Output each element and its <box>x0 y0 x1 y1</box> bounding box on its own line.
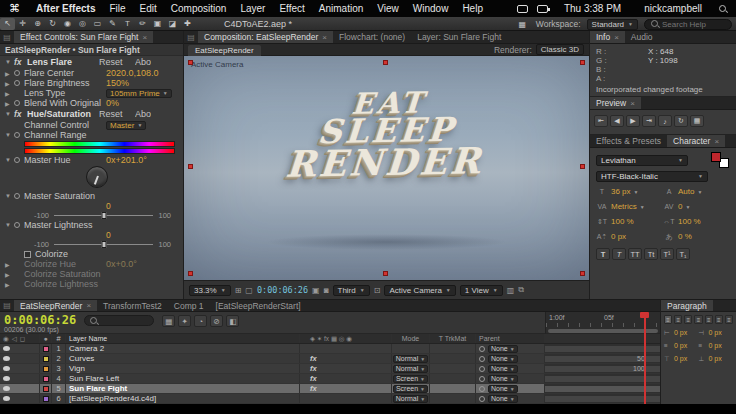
layer-row-eatsleeprender4d[interactable]: 6 [EatSleepRender4d.c4d] Normal▼ None▼ <box>0 394 660 404</box>
first-line-indent-field[interactable]: ⊤ 0 px <box>664 355 699 363</box>
parent-dropdown[interactable]: None▼ <box>488 385 518 393</box>
tab-audio[interactable]: Audio <box>625 31 659 43</box>
timeline-search-box[interactable] <box>84 315 154 326</box>
menu-view[interactable]: View <box>370 3 406 14</box>
pen-tool-icon[interactable]: ✎ <box>105 18 120 30</box>
layer-track[interactable]: 50 <box>545 354 660 363</box>
magnification-dropdown[interactable]: 33.3%▼ <box>189 285 231 296</box>
layer-handle[interactable] <box>383 271 388 276</box>
menu-after-effects[interactable]: After Effects <box>29 3 102 14</box>
brush-tool-icon[interactable]: ✏ <box>135 18 150 30</box>
eye-toggle-icon[interactable] <box>3 366 10 371</box>
effect-header-hue-saturation[interactable]: ▼ fx Hue/Saturation Reset Abo <box>0 108 183 120</box>
align-right-button[interactable]: ≡ <box>684 315 692 324</box>
mask-visibility-icon[interactable]: ▢ <box>245 286 253 295</box>
eye-toggle-icon[interactable] <box>3 346 10 351</box>
stopwatch-icon[interactable] <box>14 100 24 106</box>
menubar-username[interactable]: nickcampbell <box>637 3 709 14</box>
twirl-icon[interactable]: ▶ <box>5 70 14 77</box>
play-button[interactable]: ▶ <box>626 115 640 127</box>
snapshot-icon[interactable]: ▣ <box>312 286 320 295</box>
master-hue-value[interactable]: 0x+201.0° <box>106 155 147 165</box>
layer-handle[interactable] <box>383 60 388 65</box>
twirl-icon[interactable]: ▼ <box>5 157 14 163</box>
twirl-icon[interactable]: ▶ <box>5 80 14 87</box>
first-frame-button[interactable]: ⇤ <box>594 115 608 127</box>
indent-left-field[interactable]: ⊢ 0 px <box>664 329 699 337</box>
twirl-icon[interactable]: ▼ <box>5 59 14 65</box>
timeline-tab-eatsleeprenderstart[interactable]: [EatSleepRenderStart] <box>210 300 307 311</box>
eye-toggle-icon[interactable] <box>3 396 10 401</box>
layer-handle[interactable] <box>580 164 585 169</box>
blend-mode-dropdown[interactable]: Screen▼ <box>393 385 428 393</box>
kerning-control[interactable]: VA Metrics▼ <box>596 202 663 211</box>
tab-info[interactable]: Info× <box>590 31 625 43</box>
rotate-tool-icon[interactable]: ↻ <box>45 18 60 30</box>
font-size-control[interactable]: T 36 px▼ <box>596 187 663 196</box>
roi-icon[interactable]: ⊡ <box>374 286 381 295</box>
tab-effect-controls[interactable]: Effect Controls: Sun Flare Fight × <box>14 31 153 43</box>
label-color-swatch[interactable] <box>43 396 49 402</box>
twirl-icon[interactable]: ▼ <box>5 222 14 228</box>
label-color-swatch[interactable] <box>43 366 49 372</box>
blend-value[interactable]: 0% <box>106 98 119 108</box>
stopwatch-icon[interactable] <box>14 157 24 163</box>
label-color-swatch[interactable] <box>43 376 49 382</box>
workspace-grid-icon[interactable]: ▦ <box>515 18 530 30</box>
battery-status-icon[interactable] <box>537 5 548 13</box>
current-timecode[interactable]: 0:00:06:26 <box>4 314 76 326</box>
master-saturation-slider[interactable]: -100 100 <box>0 210 183 220</box>
blend-mode-dropdown[interactable]: Normal▼ <box>393 365 429 373</box>
reset-button[interactable]: Reset <box>99 57 135 67</box>
small-caps-button[interactable]: Tt <box>644 248 658 260</box>
tab-effects-presets[interactable]: Effects & Presets <box>590 135 667 147</box>
all-caps-button[interactable]: TT <box>628 248 642 260</box>
display-status-icon[interactable] <box>517 5 528 13</box>
panel-menu-icon[interactable]: ▤ <box>184 31 198 43</box>
parent-pickwhip-icon[interactable] <box>479 396 485 402</box>
search-help-input[interactable] <box>662 20 726 29</box>
stopwatch-icon[interactable] <box>14 70 24 76</box>
slider-knob[interactable] <box>101 241 106 248</box>
parent-dropdown[interactable]: None▼ <box>488 365 518 373</box>
leading-control[interactable]: A Auto▼ <box>663 187 730 196</box>
menu-composition[interactable]: Composition <box>164 3 234 14</box>
type-tool-icon[interactable]: T <box>120 18 135 30</box>
menu-help[interactable]: Help <box>455 3 490 14</box>
eraser-tool-icon[interactable]: ◪ <box>165 18 180 30</box>
menu-file[interactable]: File <box>102 3 132 14</box>
layer-row-sun-flare-fight[interactable]: 5 Sun Flare Fight fx Screen▼ None▼ <box>0 384 660 394</box>
space-after-field[interactable]: ≡ 0 px <box>699 342 734 349</box>
about-link[interactable]: Abo <box>135 57 151 67</box>
loop-button[interactable]: ↻ <box>674 115 688 127</box>
stopwatch-icon[interactable] <box>14 222 24 228</box>
superscript-button[interactable]: T¹ <box>660 248 674 260</box>
fill-color-swatch[interactable] <box>711 152 721 162</box>
layer-row-curves[interactable]: 2 Curves fx Normal▼ None▼ 50 <box>0 354 660 364</box>
menu-window[interactable]: Window <box>406 3 456 14</box>
eye-toggle-icon[interactable] <box>3 376 10 381</box>
ram-preview-button[interactable]: ▦ <box>690 115 704 127</box>
blend-mode-dropdown[interactable]: Screen▼ <box>393 375 428 383</box>
reset-button[interactable]: Reset <box>99 109 135 119</box>
blend-mode-dropdown[interactable]: Normal▼ <box>393 355 429 363</box>
slider-knob[interactable] <box>101 212 106 219</box>
tab-flowchart[interactable]: Flowchart: (none) <box>333 31 411 43</box>
panel-menu-icon[interactable]: ▤ <box>0 300 14 311</box>
hue-dial[interactable] <box>86 166 108 188</box>
composition-mini-flowchart-icon[interactable]: ▦ <box>162 315 175 327</box>
vertical-scale-control[interactable]: ⇕T 100 % <box>596 217 663 226</box>
stopwatch-icon[interactable] <box>14 80 24 86</box>
parent-dropdown[interactable]: None▼ <box>488 355 518 363</box>
pixel-aspect-icon[interactable]: ▥ <box>507 286 515 295</box>
layer-track[interactable] <box>545 344 660 353</box>
baseline-shift-control[interactable]: A⇡ 0 px <box>596 232 663 241</box>
frame-blending-icon[interactable]: ⊘ <box>210 315 223 327</box>
blend-mode-dropdown[interactable]: Normal▼ <box>393 395 429 403</box>
faux-italic-button[interactable]: T <box>612 248 626 260</box>
audio-button[interactable]: ♪ <box>658 115 672 127</box>
previous-frame-button[interactable]: ◀ <box>610 115 624 127</box>
close-icon[interactable]: × <box>714 137 719 146</box>
indent-right-field[interactable]: ⊣ 0 px <box>699 329 734 337</box>
menubar-clock[interactable]: Thu 3:38 PM <box>557 3 628 14</box>
